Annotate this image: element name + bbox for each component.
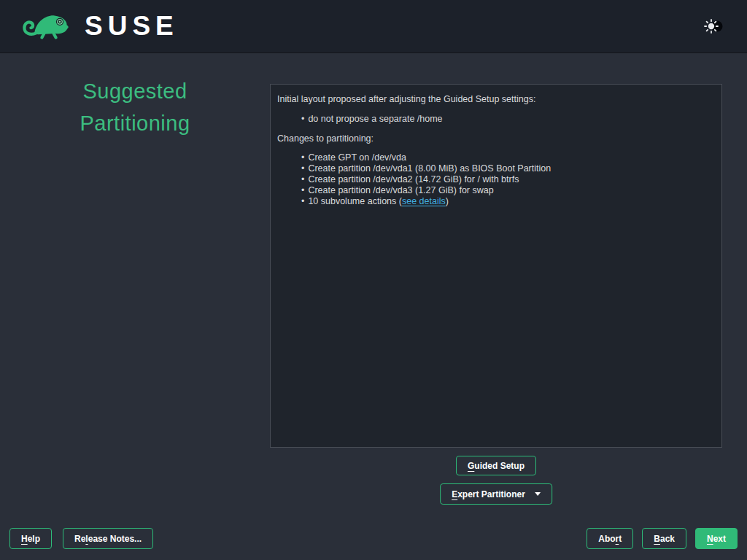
label-post: ack (660, 534, 675, 544)
page-title: Suggested Partitioning (0, 75, 270, 139)
subvolume-text: 10 subvolume actions ( (308, 196, 402, 206)
label-pre: Abo (598, 534, 615, 544)
label-post: ease Notes... (88, 534, 142, 544)
list-item: Create GPT on /dev/vda (301, 152, 715, 163)
label-post: t (619, 534, 622, 544)
see-details-link[interactable]: see details (402, 196, 446, 206)
label-mnemonic: N (707, 534, 713, 544)
label-mnemonic: H (21, 534, 28, 544)
expert-partitioner-button[interactable]: Expert Partitioner (440, 483, 552, 505)
guided-setup-button[interactable]: Guided Setup (456, 456, 536, 475)
sun-moon-icon (703, 18, 725, 34)
list-item: Create partition /dev/vda3 (1.27 GiB) fo… (301, 185, 715, 196)
theme-toggle-button[interactable] (702, 18, 727, 35)
page-title-line1: Suggested (0, 75, 270, 107)
changes-heading: Changes to partitioning: (277, 133, 715, 144)
next-button[interactable]: Next (695, 528, 738, 549)
list-item: do not propose a separate /home (301, 114, 715, 125)
partitioning-proposal-panel: Initial layout proposed after adjusting … (270, 84, 722, 448)
proposal-intro: Initial layout proposed after adjusting … (277, 94, 715, 105)
label-post: xpert Partitioner (457, 489, 525, 499)
help-button[interactable]: Help (9, 528, 52, 549)
suse-chameleon-icon (20, 8, 73, 44)
suse-wordmark: SUSE (85, 12, 179, 41)
label-pre: Re (74, 534, 85, 544)
chevron-down-icon (535, 492, 541, 496)
back-button[interactable]: Back (642, 528, 686, 549)
suse-logo: SUSE (20, 8, 179, 44)
list-item: Create partition /dev/vda2 (14.72 GiB) f… (301, 174, 715, 185)
page-title-line2: Partitioning (0, 107, 270, 139)
label-post: ext (713, 534, 726, 544)
footer-button-bar: Help Release Notes... Abort Back Next (0, 528, 747, 549)
label-mnemonic: B (654, 534, 660, 544)
label-post: uided Setup (474, 461, 525, 471)
label-mnemonic: E (452, 489, 457, 499)
list-item: Create partition /dev/vda1 (8.00 MiB) as… (301, 163, 715, 174)
subvolume-text-suffix: ) (446, 196, 449, 206)
label-mnemonic: G (468, 461, 474, 471)
label-post: elp (28, 534, 40, 544)
list-item-subvolume: 10 subvolume actions (see details) (301, 196, 715, 207)
abort-button[interactable]: Abort (587, 528, 633, 549)
guided-setup-settings-list: do not propose a separate /home (277, 114, 715, 125)
topbar: SUSE (0, 0, 747, 53)
release-notes-button[interactable]: Release Notes... (63, 528, 153, 549)
partitioning-changes-list: Create GPT on /dev/vda Create partition … (277, 152, 715, 207)
